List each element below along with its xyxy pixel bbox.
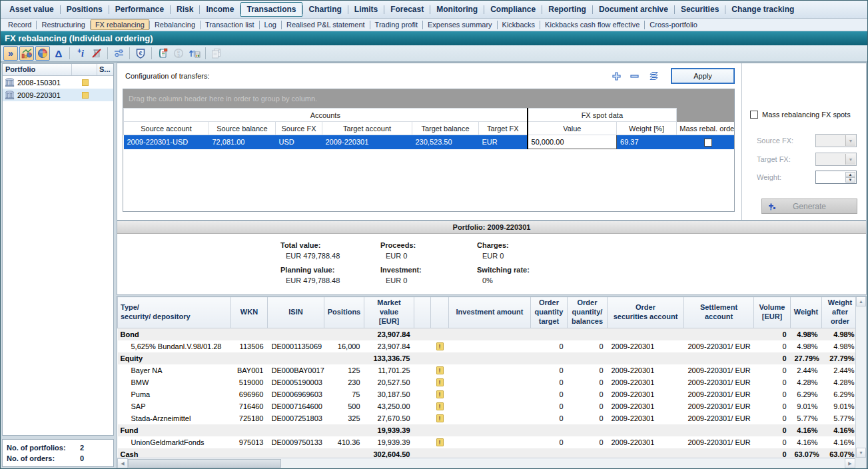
buy-sell-icon[interactable]: BS — [171, 46, 186, 61]
submenu-item-trading-profit[interactable]: Trading profit — [370, 19, 422, 30]
positions-column-header-spacer-5[interactable] — [414, 297, 431, 328]
positions-column-header-weight[interactable]: Weight — [791, 297, 822, 328]
menu-item-change-tracking[interactable]: Change tracking — [725, 3, 800, 16]
horizontal-scroll-thumb[interactable] — [128, 459, 281, 468]
transfers-column-header-value[interactable]: Value — [528, 122, 617, 135]
menu-item-transactions[interactable]: Transactions — [240, 2, 302, 17]
transfers-column-header-target-account[interactable]: Target account — [322, 122, 412, 135]
remove-transfer-icon[interactable] — [630, 71, 640, 81]
submenu-item-cross-portfolio[interactable]: Cross-portfolio — [645, 19, 702, 30]
menu-item-risk[interactable]: Risk — [171, 3, 199, 16]
positions-column-header-spacer-6[interactable] — [431, 297, 449, 328]
delete-order-icon[interactable] — [89, 46, 104, 61]
group-row-bond[interactable]: Bond23,907.8404.98%4.98% — [118, 328, 859, 340]
scroll-down-icon[interactable]: ▼ — [856, 448, 866, 458]
pie-chart-icon[interactable] — [35, 46, 50, 61]
security-row-bmw[interactable]: BMW519000DE000519000323020,527.50!002009… — [118, 376, 859, 388]
import-positions-icon[interactable] — [187, 46, 202, 61]
weight-input[interactable]: ▲ ▼ — [815, 171, 857, 184]
add-info-icon[interactable]: +i — [73, 46, 88, 61]
positions-column-header-order-securities-account[interactable]: Order securities account — [608, 297, 684, 328]
security-row-bayer-na[interactable]: Bayer NABAY001DE000BAY001712511,701.25!0… — [118, 364, 859, 376]
generate-button[interactable]: Generate — [761, 199, 857, 214]
menu-item-forecast[interactable]: Forecast — [384, 3, 430, 16]
transfer-value-input[interactable]: 50,000.00 — [528, 135, 617, 149]
positions-column-header-positions[interactable]: Positions — [324, 297, 364, 328]
euro-shield-icon[interactable]: € — [133, 46, 148, 61]
transfer-cell-target-account[interactable]: 2009-220301 — [322, 135, 412, 149]
menu-item-charting[interactable]: Charting — [303, 3, 348, 16]
menu-item-limits[interactable]: Limits — [348, 3, 384, 16]
transfers-column-header-source-balance[interactable]: Source balance — [209, 122, 276, 135]
security-row-uniongeldmarktfonds[interactable]: UnionGeldmarktFonds975013DE0009750133410… — [118, 436, 859, 448]
positions-column-header-isin[interactable]: ISIN — [268, 297, 324, 328]
security-row-5-625-bundanl-v-98-01-28[interactable]: 5,625% Bundanl.V.98/01.28113506DE0001135… — [118, 340, 859, 352]
transfer-row[interactable]: 2009-220301-USD72,081.00USD2009-22030123… — [124, 135, 735, 149]
submenu-item-rebalancing[interactable]: Rebalancing — [150, 19, 200, 30]
positions-column-header-volume-eur[interactable]: Volume [EUR] — [754, 297, 791, 328]
positions-vertical-scrollbar[interactable]: ▲ ▼ — [855, 296, 866, 458]
positions-column-header-type-security-depository[interactable]: Type/ security/ depository — [118, 297, 231, 328]
menu-item-securities[interactable]: Securities — [675, 3, 725, 16]
submenu-item-record[interactable]: Record — [3, 19, 36, 30]
group-row-fund[interactable]: Fund19,939.3904.16%4.16% — [118, 424, 859, 436]
portfolio-row-2009-220301[interactable]: 2009-220301 — [3, 89, 113, 101]
submenu-item-log[interactable]: Log — [260, 19, 281, 30]
positions-column-header-weight-after[interactable]: Weight after order — [822, 297, 859, 328]
scroll-left-icon[interactable]: ◀ — [117, 458, 128, 468]
copy-orders-icon[interactable]: € — [209, 46, 224, 61]
add-transfer-icon[interactable] — [612, 71, 622, 81]
target-fx-dropdown-arrow-icon[interactable]: ▼ — [845, 154, 855, 165]
mass-rebal-order-checkbox[interactable] — [704, 139, 712, 147]
menu-item-monitoring[interactable]: Monitoring — [430, 3, 484, 16]
target-fx-select[interactable]: ▼ — [815, 153, 857, 166]
positions-column-header-market-value[interactable]: Market value [EUR] — [364, 297, 414, 328]
weight-spin-down-icon[interactable]: ▼ — [845, 177, 855, 183]
scroll-right-icon[interactable]: ▶ — [845, 458, 855, 468]
menu-item-performance[interactable]: Performance — [109, 3, 170, 16]
menu-item-positions[interactable]: Positions — [61, 3, 109, 16]
s-column-header[interactable]: S... — [97, 64, 113, 75]
mass-rebalancing-checkbox[interactable] — [750, 111, 758, 119]
positions-column-header-wkn[interactable]: WKN — [231, 297, 268, 328]
portfolio-row-2008-150301[interactable]: 2008-150301 — [3, 76, 113, 89]
submenu-item-restructuring[interactable]: Restructuring — [37, 19, 89, 30]
transfer-cell-source-fx[interactable]: USD — [276, 135, 322, 149]
transfers-column-header-mass-rebal-order[interactable]: Mass rebal. order — [677, 122, 735, 135]
menu-item-reporting[interactable]: Reporting — [542, 3, 592, 16]
submenu-item-kickbacks[interactable]: Kickbacks — [498, 19, 540, 30]
weight-spin-up-icon[interactable]: ▲ — [845, 172, 855, 177]
security-row-puma[interactable]: Puma696960DE00069696037530,187.50!002009… — [118, 388, 859, 400]
filter-settings-icon[interactable] — [111, 46, 126, 61]
submenu-item-realised-p-l-statement[interactable]: Realised P&L statement — [282, 19, 370, 30]
positions-column-header-settlement-account[interactable]: Settlement account — [684, 297, 754, 328]
positions-horizontal-scrollbar[interactable]: ◀ ▶ — [117, 458, 855, 468]
source-fx-dropdown-arrow-icon[interactable]: ▼ — [845, 135, 855, 146]
transfers-column-header-target-fx[interactable]: Target FX — [479, 122, 528, 135]
group-row-equity[interactable]: Equity133,336.75027.79%27.79% — [118, 352, 859, 364]
security-row-stada-arzneimittel[interactable]: Stada-Arzneimittel725180DE00072518033252… — [118, 412, 859, 424]
menu-item-income[interactable]: Income — [200, 3, 240, 16]
submenu-item-fx-rebalancing[interactable]: FX rebalancing — [91, 19, 149, 30]
menu-item-compliance[interactable]: Compliance — [484, 3, 542, 16]
positions-column-header-investment-amount[interactable]: Investment amount — [449, 297, 531, 328]
group-by-bar[interactable]: Drag the column header here in order to … — [123, 89, 734, 108]
submenu-item-expenses-summary[interactable]: Expenses summary — [423, 19, 497, 30]
order-book-icon[interactable] — [155, 46, 170, 61]
transfers-column-header-weight[interactable]: Weight [%] — [617, 122, 677, 135]
positions-column-header-order-quantity[interactable]: Order quantity target — [531, 297, 568, 328]
transfers-column-header-source-account[interactable]: Source account — [124, 122, 209, 135]
apply-button[interactable]: Apply — [671, 68, 735, 84]
transfer-cell-source-account[interactable]: 2009-220301-USD — [124, 135, 209, 149]
double-chevron-icon[interactable]: » — [3, 46, 18, 61]
positions-column-header-order-quantity[interactable]: Order quantity/ balances — [568, 297, 608, 328]
transfer-cell-source-balance[interactable]: 72,081.00 — [209, 135, 276, 149]
transfers-column-header-target-balance[interactable]: Target balance — [412, 122, 479, 135]
scroll-up-icon[interactable]: ▲ — [856, 296, 866, 306]
transfers-column-header-source-fx[interactable]: Source FX — [276, 122, 322, 135]
transfer-cell-target-balance[interactable]: 230,523.50 — [412, 135, 479, 149]
delta-icon[interactable]: Δ — [51, 46, 66, 61]
transfer-cell-weight[interactable]: 69.37 — [617, 135, 677, 149]
duplicate-transfer-icon[interactable] — [648, 71, 659, 81]
source-fx-select[interactable]: ▼ — [815, 134, 857, 147]
